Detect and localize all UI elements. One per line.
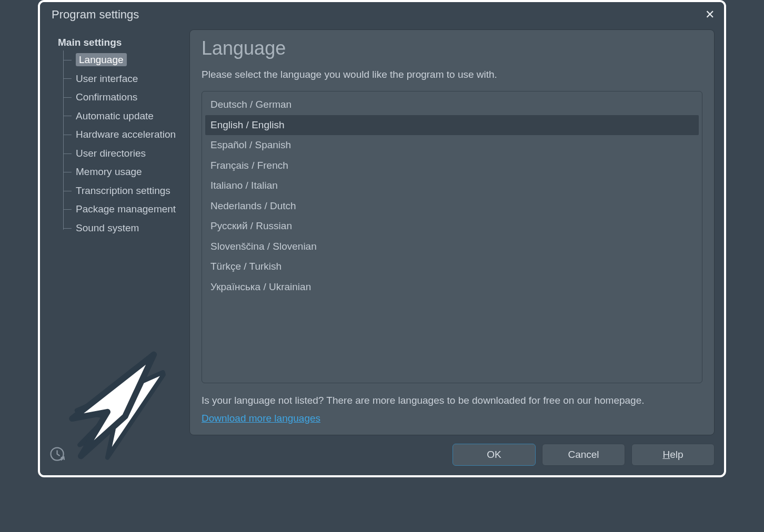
cancel-button[interactable]: Cancel	[542, 444, 625, 466]
tree-heading-main-settings[interactable]: Main settings	[52, 36, 181, 50]
sidebar-item-label: Confirmations	[76, 91, 137, 103]
sidebar-item-user-directories[interactable]: User directories	[63, 144, 181, 163]
language-option[interactable]: Español / Spanish	[205, 135, 699, 156]
sidebar-item-label: Transcription settings	[76, 185, 170, 196]
sidebar-item-sound-system[interactable]: Sound system	[63, 219, 181, 238]
language-option[interactable]: Slovenščina / Slovenian	[205, 237, 699, 257]
sidebar-item-label: User directories	[76, 148, 146, 159]
language-option[interactable]: Français / French	[205, 156, 699, 176]
sidebar-item-label: User interface	[76, 73, 138, 84]
tree-children: Language User interface Confirmations Au…	[63, 50, 181, 237]
download-more-languages-link[interactable]: Download more languages	[202, 413, 320, 424]
sidebar-item-label: Automatic update	[76, 110, 154, 121]
content-panel: Language Please select the language you …	[189, 29, 715, 435]
reset-settings-icon[interactable]	[47, 444, 68, 465]
window-title: Program settings	[52, 8, 139, 22]
sidebar-item-label: Package management	[76, 203, 176, 214]
settings-tree: Main settings Language User interface Co…	[52, 36, 181, 237]
button-label: Cancel	[568, 449, 599, 461]
button-label: Help	[662, 449, 683, 461]
language-option[interactable]: Українська / Ukrainian	[205, 277, 699, 298]
ok-button[interactable]: OK	[453, 444, 536, 466]
sidebar-item-confirmations[interactable]: Confirmations	[63, 88, 181, 107]
language-listbox[interactable]: Deutsch / German English / English Españ…	[202, 91, 702, 383]
sidebar-item-automatic-update[interactable]: Automatic update	[63, 107, 181, 126]
help-button[interactable]: Help	[631, 444, 715, 466]
sidebar-item-package-management[interactable]: Package management	[63, 200, 181, 219]
language-option[interactable]: Italiano / Italian	[205, 176, 699, 196]
download-area: Is your language not listed? There are m…	[202, 395, 702, 424]
language-option[interactable]: Nederlands / Dutch	[205, 196, 699, 217]
sidebar-item-transcription-settings[interactable]: Transcription settings	[63, 181, 181, 200]
clock-refresh-icon	[49, 446, 67, 464]
sidebar-item-label: Memory usage	[76, 166, 142, 177]
titlebar: Program settings ✕	[40, 2, 724, 25]
settings-window: Program settings ✕ Main settings Languag…	[40, 2, 724, 475]
panel-heading: Language	[202, 37, 702, 59]
sidebar-item-label: Language	[76, 53, 127, 66]
sidebar-item-label: Hardware acceleration	[76, 129, 176, 140]
sidebar: Main settings Language User interface Co…	[52, 29, 181, 435]
language-option[interactable]: English / English	[205, 115, 699, 136]
button-label: OK	[487, 449, 501, 461]
language-option[interactable]: Русский / Russian	[205, 216, 699, 237]
panel-description: Please select the language you would lik…	[202, 69, 702, 80]
language-option[interactable]: Deutsch / German	[205, 95, 699, 115]
body-area: Main settings Language User interface Co…	[40, 25, 724, 435]
sidebar-item-hardware-acceleration[interactable]: Hardware acceleration	[63, 125, 181, 144]
button-bar: OK Cancel Help	[47, 439, 715, 470]
not-listed-text: Is your language not listed? There are m…	[202, 395, 702, 406]
sidebar-item-user-interface[interactable]: User interface	[63, 69, 181, 88]
sidebar-item-memory-usage[interactable]: Memory usage	[63, 162, 181, 181]
language-option[interactable]: Türkçe / Turkish	[205, 257, 699, 277]
sidebar-item-label: Sound system	[76, 222, 139, 233]
sidebar-item-language[interactable]: Language	[63, 50, 181, 69]
close-icon[interactable]: ✕	[702, 7, 718, 23]
dialog-buttons: OK Cancel Help	[453, 444, 715, 466]
